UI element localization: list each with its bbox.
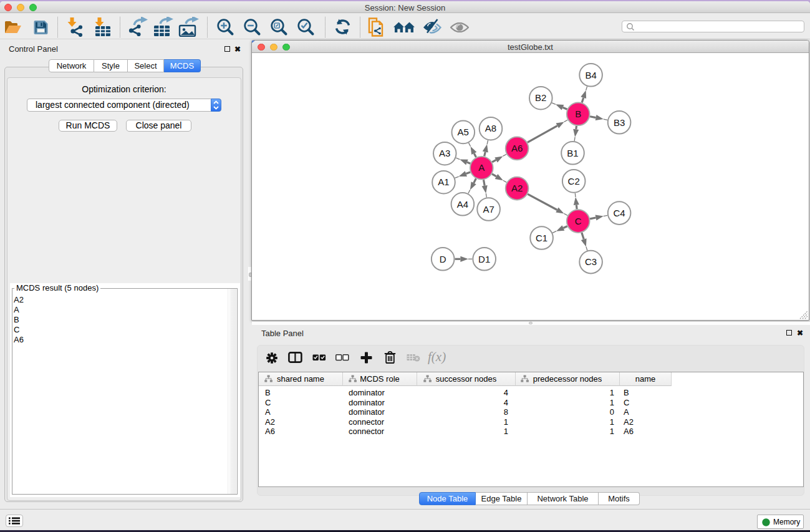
svg-text:B3: B3 [614,117,625,128]
svg-text:C1: C1 [536,233,547,243]
svg-text:C3: C3 [585,256,597,267]
svg-text:D: D [440,254,446,264]
svg-text:A6: A6 [511,143,523,153]
svg-text:C4: C4 [614,208,625,218]
svg-text:A7: A7 [483,204,494,215]
svg-text:A: A [478,162,485,173]
svg-text:A8: A8 [485,123,496,133]
svg-text:A1: A1 [438,177,449,187]
svg-text:B: B [575,109,581,119]
svg-text:B2: B2 [535,92,546,103]
svg-text:D1: D1 [478,254,490,264]
svg-text:A3: A3 [439,148,450,158]
svg-text:B1: B1 [567,148,578,158]
svg-text:C: C [575,216,582,226]
svg-text:B4: B4 [585,70,596,80]
svg-text:A4: A4 [457,199,468,210]
svg-text:A5: A5 [458,127,469,137]
svg-text:A2: A2 [511,183,523,193]
svg-text:C2: C2 [568,176,580,186]
